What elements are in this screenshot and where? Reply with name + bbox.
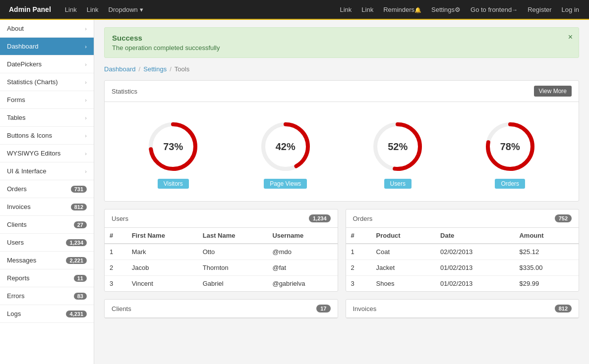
frontend-link[interactable]: Go to frontend [466,0,523,19]
cell-num: 2 [105,260,127,276]
orders-percent: 78% [500,141,520,153]
sidebar-item-messages[interactable]: Messages 2,221 [0,252,94,269]
sidebar-item-label: WYSIWYG Editors [7,150,60,157]
invoices-title: Invoices [353,305,377,312]
view-more-button[interactable]: View More [534,86,572,97]
sidebar-item-users[interactable]: Users 1,234 [0,234,94,252]
cell-amount: $25.12 [514,244,579,260]
sidebar-item-label: Tables [7,114,26,121]
invoices-badge: 812 [71,204,87,210]
sidebar-item-about[interactable]: About › [0,20,94,38]
users-table-header-row: # First Name Last Name Username [105,228,338,244]
sidebar-item-label: Users [7,239,24,246]
users-card-header: Users 1,234 [105,209,338,228]
sidebar-item-reports[interactable]: Reports 11 [0,269,94,287]
sidebar-item-label: Messages [7,257,36,264]
statistics-title: Statistics [112,88,137,95]
alert-message: The operation completed successfully [112,44,571,52]
sidebar-item-forms[interactable]: Forms › [0,91,94,109]
cell-firstname: Jacob [127,260,198,276]
reminders-link[interactable]: Reminders [378,0,426,19]
stat-pageviews: 42% Page Views [258,119,313,189]
chevron-right-icon: › [85,168,87,174]
sidebar-item-logs[interactable]: Logs 4,231 [0,305,94,323]
sidebar-item-label: Invoices [7,203,31,210]
sidebar-item-datepickers[interactable]: DatePickers › [0,55,94,73]
reports-badge: 11 [74,275,87,282]
sidebar-item-wysiwyg[interactable]: WYSIWYG Editors › [0,145,94,162]
sidebar-item-tables[interactable]: Tables › [0,109,94,127]
cell-username: @mdo [267,244,337,260]
cell-lastname: Otto [198,244,268,260]
arrow-right-icon [512,6,518,13]
clients-badge: 27 [74,221,87,228]
breadcrumb-sep-2: / [170,65,172,73]
sidebar-item-errors[interactable]: Errors 83 [0,287,94,305]
cell-num: 3 [105,276,127,292]
chevron-right-icon: › [85,97,87,103]
errors-badge: 83 [74,293,87,300]
sidebar-item-statistics[interactable]: Statistics (Charts) › [0,73,94,91]
users-circle: 52% [370,119,425,174]
nav-link-2[interactable]: Link [82,0,104,19]
table-row: 1 Mark Otto @mdo [105,244,338,260]
orders-table-header-row: # Product Date Amount [346,228,579,244]
sidebar-item-label: DatePickers [7,60,42,68]
sidebar-item-dashboard[interactable]: Dashboard › [0,38,94,55]
chevron-right-icon: › [85,133,87,139]
register-link[interactable]: Register [523,0,556,19]
cell-lastname: Thornton [198,260,268,276]
cell-lastname: Gabriel [198,276,268,292]
nav-link-3[interactable]: Link [335,0,356,19]
col-username: Username [267,228,337,244]
orders-count-badge: 752 [555,214,572,222]
dropdown-arrow-icon: ▾ [140,6,143,13]
cell-num: 1 [105,244,127,260]
sidebar-item-orders[interactable]: Orders 731 [0,180,94,198]
dropdown-link[interactable]: Dropdown ▾ [104,0,148,19]
breadcrumb-tools: Tools [175,65,189,73]
gear-icon [455,6,461,13]
breadcrumb: Dashboard / Settings / Tools [104,65,579,73]
cell-date: 02/02/2013 [435,244,514,260]
brand: Admin Panel [5,5,55,13]
breadcrumb-dashboard[interactable]: Dashboard [104,65,136,73]
sidebar-item-invoices[interactable]: Invoices 812 [0,198,94,216]
alert-close-button[interactable]: × [568,33,573,42]
chevron-right-icon: › [85,44,87,50]
orders-table: # Product Date Amount 1 Coat 02/02/2013 … [346,228,579,291]
login-link[interactable]: Log in [557,0,584,19]
statistics-card-header: Statistics View More [105,81,579,102]
sidebar-item-label: Forms [7,96,25,104]
clients-card: Clients 17 [104,299,338,318]
clients-badge: 17 [316,305,330,312]
logs-badge: 4,231 [66,311,87,317]
cell-firstname: Mark [127,244,198,260]
bell-icon [414,6,421,13]
col-num: # [346,228,371,244]
invoices-card-header: Invoices 812 [346,300,579,318]
visitors-label: Visitors [158,179,189,189]
cell-username: @gabrielva [267,276,337,292]
breadcrumb-settings[interactable]: Settings [143,65,167,73]
users-badge: 1,234 [66,239,87,246]
sidebar-item-label: Statistics (Charts) [7,78,58,86]
top-nav: Admin Panel Link Link Dropdown ▾ Link Li… [0,0,589,20]
cell-date: 01/02/2013 [435,260,514,276]
sidebar-item-clients[interactable]: Clients 27 [0,216,94,234]
nav-link-4[interactable]: Link [356,0,378,19]
sidebar-item-ui[interactable]: UI & Interface › [0,162,94,180]
alert-success: × Success The operation completed succes… [104,27,579,58]
invoices-badge: 812 [555,305,572,312]
nav-link-1[interactable]: Link [60,0,82,19]
settings-link[interactable]: Settings [426,0,466,19]
visitors-circle: 73% [146,119,200,174]
sidebar-item-buttons[interactable]: Buttons & Icons › [0,127,94,145]
table-row: 1 Coat 02/02/2013 $25.12 [346,244,579,260]
col-date: Date [435,228,514,244]
invoices-card: Invoices 812 [346,299,580,318]
chevron-right-icon: › [85,151,87,156]
orders-card: Orders 752 # Product Date Amount [346,209,580,292]
orders-label: Orders [495,179,525,189]
col-lastname: Last Name [198,228,268,244]
